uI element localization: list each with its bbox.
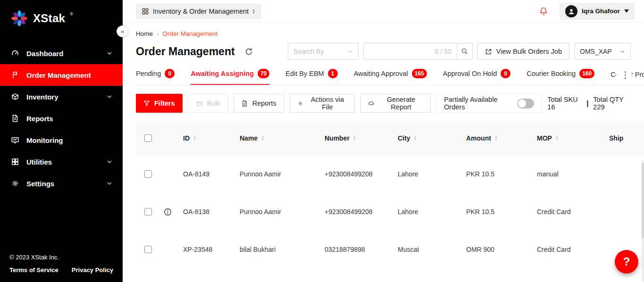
user-name: Iqra Ghafoor [582, 8, 620, 15]
chevron-down-icon [620, 49, 625, 54]
chevron-down-icon [348, 49, 353, 54]
tab-awaiting-assigning[interactable]: Awaiting Assigning 70 [191, 67, 269, 85]
column-header-id[interactable]: ID ▲▼ [183, 134, 240, 142]
row-checkbox[interactable] [144, 170, 152, 178]
bulk-button[interactable]: Bulk [188, 94, 228, 113]
cell-mop: Credit Card [537, 208, 609, 216]
sort-icon: ▲▼ [413, 135, 417, 141]
table-row[interactable]: OA-8149 Punnoo Aamir +923008499208 Lahor… [136, 155, 644, 193]
cell-name: bilal Bukhari [240, 246, 325, 253]
column-header-number[interactable]: Number ▲▼ [325, 134, 398, 142]
content: Home › Order Management Order Management… [123, 23, 644, 282]
cell-number: +923008499208 [325, 170, 398, 178]
column-header-mop[interactable]: MOP ▲▼ [537, 134, 609, 142]
sidebar-item-reports[interactable]: Reports [0, 108, 123, 129]
breadcrumb-separator: › [157, 30, 159, 37]
search-by-select[interactable]: Search By [288, 43, 359, 60]
search-by-placeholder: Search By [293, 48, 324, 55]
actions-gear-icon [297, 100, 303, 107]
partially-available-toggle[interactable] [517, 99, 535, 108]
sort-icon: ▲▼ [353, 135, 356, 141]
report-file-icon [241, 100, 248, 107]
more-tabs-icon[interactable]: ⋮ [616, 69, 632, 83]
sidebar-item-monitoring[interactable]: Monitoring [0, 129, 123, 151]
sidebar-item-label: Reports [26, 115, 53, 123]
tab-edit-by-ebm[interactable]: Edit By EBM 1 [285, 67, 337, 85]
table-header-row: ID ▲▼ Name ▲▼ Number ▲▼ City ▲▼ [136, 121, 644, 155]
oms-selected-value: OMS_XAP [580, 48, 612, 55]
sidebar-item-settings[interactable]: Settings [0, 173, 123, 194]
oms-select[interactable]: OMS_XAP [574, 43, 631, 60]
count-badge: 160 [579, 69, 594, 78]
sidebar-item-utilities[interactable]: Utilities [0, 151, 123, 173]
row-checkbox[interactable] [144, 246, 152, 253]
column-header-name[interactable]: Name ▲▼ [240, 134, 325, 142]
main-area: Inventory & Order Management ▴▾ Iqra Gha… [123, 0, 644, 282]
sidebar-item-order-management[interactable]: Order Management [0, 64, 123, 86]
totals-divider: | [586, 100, 588, 107]
cell-number: 03218879898 [325, 246, 398, 253]
search-button[interactable] [457, 43, 473, 60]
row-checkbox[interactable] [144, 208, 152, 216]
cell-city: Lahore [398, 170, 466, 178]
tab-awaiting-approval[interactable]: Awaiting Approval 165 [354, 67, 427, 85]
user-menu[interactable]: Iqra Ghafoor [560, 3, 635, 20]
sidebar-item-label: Inventory [26, 93, 59, 101]
cell-id: XP-23548 [183, 246, 240, 253]
app-switcher-label: Inventory & Order Management [153, 8, 249, 15]
tab-courier-booking[interactable]: Courier Booking 160 [527, 67, 594, 85]
collapse-chevrons-icon: « [121, 28, 124, 35]
app-switcher[interactable]: Inventory & Order Management ▴▾ [136, 4, 261, 19]
sidebar-footer: © 2023 XStak Inc. Terms of Service Priva… [0, 247, 123, 282]
sidebar-item-inventory[interactable]: Inventory [0, 86, 123, 108]
topbar: Inventory & Order Management ▴▾ Iqra Gha… [123, 0, 644, 23]
cell-mop: Credit Card [537, 246, 609, 253]
column-header-ship[interactable]: Ship [609, 134, 644, 142]
partially-available-label: Partially Available Orders [444, 96, 510, 111]
column-header-amount[interactable]: Amount ▲▼ [466, 134, 537, 142]
app-root: XStak ® Dashboard Order Management [0, 0, 644, 282]
search-input[interactable]: 0 / 50 [363, 43, 457, 60]
actions-via-file-button[interactable]: Actions via File [290, 94, 355, 113]
scrollbar-thumb[interactable] [642, 163, 644, 238]
cell-amount: OMR 900 [466, 246, 537, 253]
filters-button[interactable]: Filters [136, 94, 183, 113]
bulk-stack-icon [196, 100, 203, 107]
filter-funnel-icon [143, 100, 150, 107]
search-icon [461, 48, 468, 55]
sort-icon: ▲▼ [193, 135, 196, 141]
table-row[interactable]: XP-23548 bilal Bukhari 03218879898 Musca… [136, 231, 644, 268]
chevron-down-icon [107, 94, 112, 100]
toolbar: Filters Bulk Reports Actions via File Ge… [136, 94, 644, 113]
sidebar-item-dashboard[interactable]: Dashboard [0, 42, 123, 64]
cell-amount: PKR 10.5 [466, 208, 537, 216]
sidebar-item-label: Monitoring [26, 136, 63, 144]
breadcrumb-home-link[interactable]: Home [136, 30, 153, 37]
tab-pending[interactable]: Pending 0 [136, 67, 175, 85]
cell-city: Lahore [398, 208, 466, 216]
sidebar-collapse-button[interactable]: « [117, 25, 128, 37]
dashboard-icon [10, 49, 20, 58]
terms-of-service-link[interactable]: Terms of Service [9, 266, 59, 274]
grid-icon [142, 8, 149, 15]
tab-approval-on-hold[interactable]: Approval On Hold 0 [443, 67, 510, 85]
count-badge: 165 [412, 69, 427, 78]
reports-icon [10, 114, 20, 123]
refresh-button[interactable] [244, 47, 253, 56]
total-qty: Total QTY 229 [593, 96, 631, 111]
table-row[interactable]: OA-8138 Punnoo Aamir +923008499208 Lahor… [136, 193, 644, 231]
sort-icon: ▲▼ [555, 135, 559, 141]
column-header-city[interactable]: City ▲▼ [398, 134, 466, 142]
info-icon[interactable] [163, 207, 172, 216]
help-button[interactable]: ? [615, 250, 638, 274]
notification-bell-icon[interactable] [539, 7, 548, 16]
generate-report-button[interactable]: Generate Report [360, 94, 431, 113]
cell-id: OA-8138 [183, 208, 240, 216]
breadcrumb: Home › Order Management [136, 30, 644, 37]
select-all-checkbox[interactable] [144, 134, 152, 142]
privacy-policy-link[interactable]: Privacy Policy [72, 266, 113, 274]
chevron-down-icon [107, 181, 112, 186]
cloud-report-icon [368, 100, 375, 107]
reports-button[interactable]: Reports [234, 94, 284, 113]
view-bulk-orders-job-button[interactable]: View Bulk Orders Job [477, 43, 569, 60]
